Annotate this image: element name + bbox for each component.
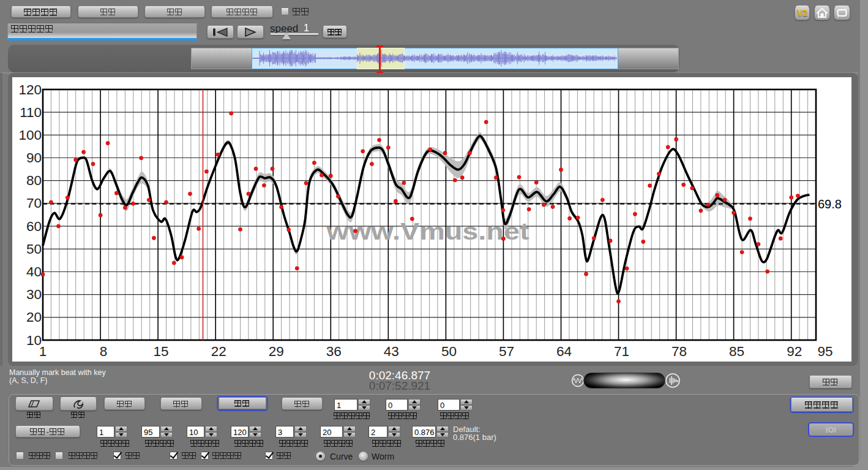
svg-text:50: 50 (26, 241, 42, 257)
svg-text:80: 80 (26, 173, 42, 188)
svg-text:64: 64 (556, 344, 572, 359)
svg-text:95: 95 (817, 344, 832, 359)
svg-text:30: 30 (26, 287, 42, 302)
svg-text:43: 43 (384, 344, 399, 359)
svg-text:22: 22 (211, 344, 226, 359)
svg-text:85: 85 (729, 344, 744, 359)
svg-text:120: 120 (18, 82, 42, 97)
svg-text:36: 36 (326, 344, 342, 359)
svg-text:100: 100 (18, 127, 42, 143)
svg-text:57: 57 (499, 344, 514, 359)
svg-text:71: 71 (614, 344, 629, 359)
svg-text:60: 60 (26, 219, 42, 234)
svg-text:20: 20 (26, 309, 42, 325)
svg-text:69.8: 69.8 (818, 197, 842, 211)
svg-text:29: 29 (269, 344, 284, 359)
svg-text:90: 90 (26, 150, 42, 165)
svg-text:50: 50 (441, 344, 457, 359)
svg-text:70: 70 (26, 195, 42, 211)
svg-text:78: 78 (672, 344, 687, 359)
svg-text:15: 15 (154, 344, 169, 359)
svg-text:40: 40 (26, 264, 42, 279)
svg-text:92: 92 (787, 344, 802, 359)
svg-text:8: 8 (100, 344, 108, 359)
svg-text:1: 1 (39, 344, 47, 359)
svg-text:110: 110 (20, 105, 42, 120)
